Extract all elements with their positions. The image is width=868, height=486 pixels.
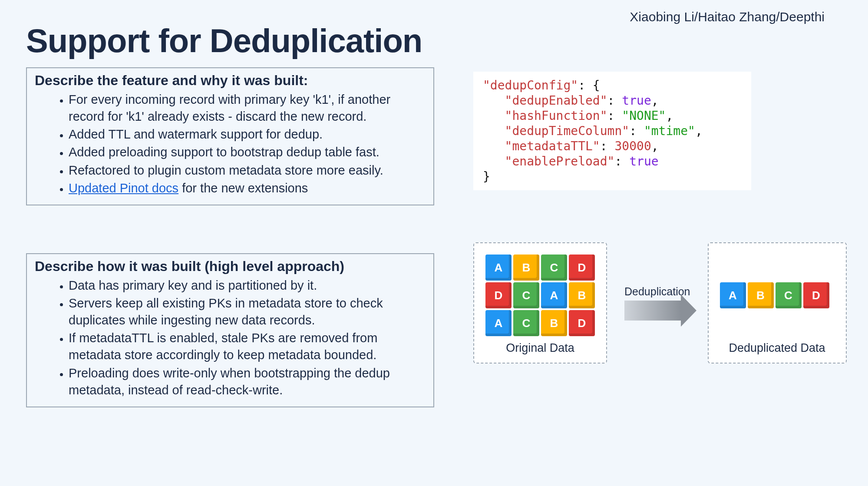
data-block-C: C [776, 282, 802, 308]
authors-text: Xiaobing Li/Haitao Zhang/Deepthi [630, 10, 825, 24]
feature-list: For every incoming record with primary k… [35, 91, 426, 197]
list-item: Preloading does write-only when bootstra… [69, 365, 426, 399]
list-item: If metadataTTL is enabled, stale PKs are… [69, 330, 426, 364]
list-item: Added TTL and watermark support for dedu… [69, 126, 426, 143]
data-block-C: C [513, 310, 539, 336]
data-block-C: C [513, 282, 539, 308]
arrow-icon [624, 301, 681, 321]
dedup-data-panel: ABCD Deduplicated Data [708, 242, 847, 364]
list-item: Updated Pinot docs for the new extension… [69, 180, 426, 197]
data-block-B: B [541, 310, 567, 336]
dedup-arrow: Deduplication [624, 285, 690, 321]
data-block-D: D [569, 255, 595, 281]
feature-box-heading: Describe the feature and why it was buil… [35, 73, 426, 89]
slide: Xiaobing Li/Haitao Zhang/Deepthi Support… [0, 0, 868, 486]
list-item: For every incoming record with primary k… [69, 91, 426, 125]
arrow-label: Deduplication [624, 285, 690, 298]
data-block-D: D [485, 282, 512, 308]
data-block-D: D [803, 282, 829, 308]
link-suffix: for the new extensions [178, 181, 308, 195]
original-data-panel: ABCDDCABACBD Original Data [473, 242, 607, 364]
data-block-A: A [485, 255, 512, 281]
approach-box: Describe how it was built (high level ap… [26, 253, 434, 407]
data-block-C: C [541, 255, 567, 281]
data-block-A: A [485, 310, 512, 336]
dedup-config-code: "dedupConfig": { "dedupEnabled": true, "… [473, 72, 751, 190]
dedup-data-label: Deduplicated Data [719, 341, 835, 355]
data-block-B: B [748, 282, 774, 308]
list-item: Data has primary key and is partitioned … [69, 277, 426, 294]
original-data-label: Original Data [485, 341, 596, 355]
dedup-diagram: ABCDDCABACBD Original Data Deduplication… [473, 242, 847, 364]
data-block-A: A [541, 282, 567, 308]
page-title: Support for Deduplication [26, 22, 842, 60]
feature-box: Describe the feature and why it was buil… [26, 67, 434, 205]
data-block-A: A [720, 282, 746, 308]
approach-box-heading: Describe how it was built (high level ap… [35, 258, 426, 274]
list-item: Added preloading support to bootstrap de… [69, 144, 426, 161]
data-block-B: B [569, 282, 595, 308]
approach-list: Data has primary key and is partitioned … [35, 277, 426, 399]
list-item: Refactored to plugin custom metadata sto… [69, 162, 426, 179]
data-block-D: D [569, 310, 595, 336]
list-item: Servers keep all existing PKs in metadat… [69, 295, 426, 329]
data-block-B: B [513, 255, 539, 281]
updated-docs-link[interactable]: Updated Pinot docs [69, 181, 178, 195]
